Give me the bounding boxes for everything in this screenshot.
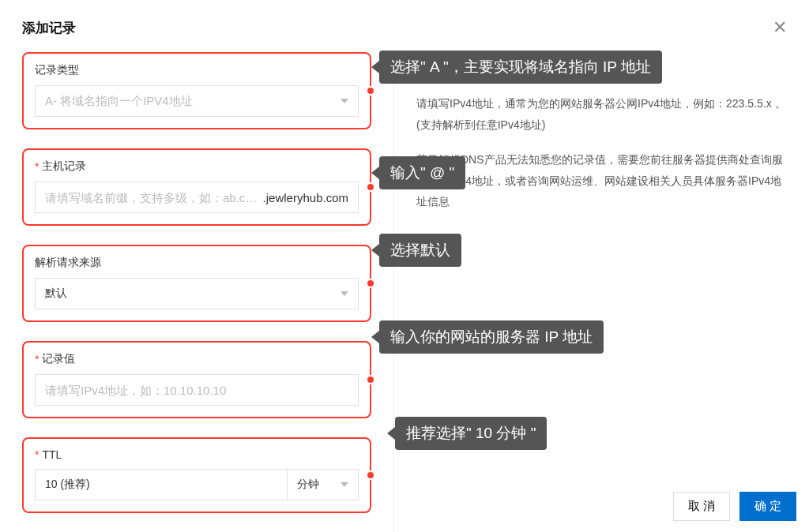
record-type-label: 记录类型 bbox=[35, 63, 79, 77]
highlight-dot bbox=[366, 375, 375, 384]
callout-request-source: 选择默认 bbox=[379, 234, 461, 267]
callout-host-record: 输入" @ " bbox=[379, 156, 465, 189]
record-type-value: A- 将域名指向一个IPV4地址 bbox=[45, 94, 193, 109]
chevron-down-icon bbox=[341, 482, 348, 487]
highlight-dot bbox=[366, 182, 375, 192]
record-value-label: 记录值 bbox=[42, 352, 75, 366]
domain-suffix: .jewleryhub.com bbox=[263, 191, 348, 204]
ttl-unit: 分钟 bbox=[297, 478, 319, 492]
callout-record-value: 输入你的网站的服务器 IP 地址 bbox=[379, 320, 604, 354]
ttl-label: TTL bbox=[42, 448, 62, 461]
highlight-dot bbox=[366, 279, 375, 288]
right-panel-help2: 若云解析DNS产品无法知悉您的记录值，需要您前往服务器提供商处查询服务器的IPv… bbox=[416, 149, 787, 212]
required-star: * bbox=[35, 160, 39, 173]
chevron-down-icon bbox=[341, 99, 348, 103]
required-star: * bbox=[35, 353, 39, 365]
host-record-label: 主机记录 bbox=[42, 159, 86, 174]
highlight-dot bbox=[366, 86, 375, 96]
close-icon[interactable]: ✕ bbox=[773, 17, 787, 38]
request-source-select[interactable]: 默认 bbox=[35, 278, 359, 309]
ok-button[interactable]: 确 定 bbox=[739, 492, 796, 521]
field-host-record: * 主机记录 .jewleryhub.com bbox=[22, 148, 371, 226]
record-value-input[interactable] bbox=[45, 384, 348, 397]
ttl-value: 10 (推荐) bbox=[45, 478, 90, 492]
request-source-label: 解析请求来源 bbox=[35, 256, 101, 270]
cancel-button[interactable]: 取 消 bbox=[673, 492, 730, 521]
required-star: * bbox=[35, 448, 39, 461]
request-source-value: 默认 bbox=[45, 287, 67, 301]
field-ttl: * TTL 10 (推荐) 分钟 bbox=[22, 437, 371, 513]
field-request-source: 解析请求来源 默认 bbox=[22, 245, 371, 322]
chevron-down-icon bbox=[341, 291, 348, 296]
ttl-value-input[interactable]: 10 (推荐) bbox=[35, 469, 288, 500]
host-record-input[interactable] bbox=[45, 191, 263, 204]
right-panel-help1: 请填写IPv4地址，通常为您的网站服务器公网IPv4地址，例如：223.5.5.… bbox=[416, 93, 787, 135]
record-type-select[interactable]: A- 将域名指向一个IPV4地址 bbox=[35, 85, 359, 117]
callout-record-type: 选择" A "，主要实现将域名指向 IP 地址 bbox=[379, 51, 662, 84]
highlight-dot bbox=[366, 470, 375, 480]
dialog-title: 添加记录 bbox=[22, 19, 76, 37]
callout-ttl: 推荐选择" 10 分钟 " bbox=[395, 417, 547, 450]
field-record-type: 记录类型 A- 将域名指向一个IPV4地址 bbox=[22, 52, 371, 129]
field-record-value: * 记录值 bbox=[22, 341, 371, 418]
ttl-unit-select[interactable]: 分钟 bbox=[288, 469, 359, 500]
